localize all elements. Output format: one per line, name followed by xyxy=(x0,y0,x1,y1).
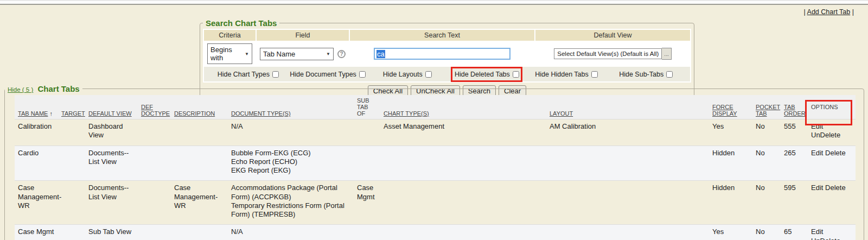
cell-description xyxy=(171,119,228,146)
cell-default-view: Sub Tab View xyxy=(85,225,138,240)
default-view-browse-button[interactable]: ... xyxy=(662,48,671,60)
column-header-options: OPTIONS xyxy=(811,104,838,110)
cell-pocket-tab: No xyxy=(752,225,781,240)
delete-link[interactable]: Delete xyxy=(825,184,846,192)
hide-document-types-checkbox-input[interactable] xyxy=(359,71,366,78)
delete-link[interactable]: Delete xyxy=(825,149,846,157)
cell-def-doctype xyxy=(138,181,171,225)
criteria-cell: Begins with ▼ xyxy=(204,42,256,66)
hide-deleted-tabs-checkbox[interactable]: Hide Deleted Tabs xyxy=(455,71,519,78)
cell-document-types: N/A xyxy=(228,225,354,240)
cell-chart-types xyxy=(380,225,546,240)
edit-link[interactable]: Edit xyxy=(811,228,823,236)
window-top-strip xyxy=(0,0,868,5)
hide-results-link[interactable]: Hide ( 5 ) xyxy=(8,86,33,93)
cell-options: Edit UnDelete xyxy=(808,119,856,146)
default-view-cell: Select Default View(s) (Default is All) … xyxy=(535,42,690,66)
column-header-tab-name[interactable]: TAB NAME xyxy=(18,110,48,117)
column-header-document-types[interactable]: DOCUMENT TYPE(S) xyxy=(231,110,291,117)
checkbox-label: Hide Sub-Tabs xyxy=(619,71,663,78)
cell-layout xyxy=(546,146,709,181)
cell-tab-name: Case Management- WR xyxy=(15,181,58,225)
add-chart-tab-row: | Add Chart Tab | xyxy=(804,8,854,16)
chevron-down-icon: ▼ xyxy=(326,52,330,56)
hide-chart-types-checkbox-input[interactable] xyxy=(272,71,279,78)
hide-document-types-checkbox[interactable]: Hide Document Types xyxy=(290,71,366,78)
hide-layouts-checkbox[interactable]: Hide Layouts xyxy=(383,71,432,78)
column-header-def-doctype[interactable]: DEF DOCTYPE xyxy=(141,104,170,117)
pipe-separator: | xyxy=(850,8,854,16)
field-column-header: Field xyxy=(257,30,349,41)
cell-default-view: Documents-- List View xyxy=(85,146,138,181)
chevron-down-icon: ▼ xyxy=(245,52,249,56)
cell-pocket-tab: No xyxy=(752,146,781,181)
table-header-row: TAB NAME ↑ TARGET DEFAULT VIEW DEF DOCTY… xyxy=(15,95,856,119)
checkbox-label: Hide Layouts xyxy=(383,71,423,78)
selected-text: ca xyxy=(376,50,385,58)
hide-sub-tabs-checkbox[interactable]: Hide Sub-Tabs xyxy=(619,71,673,78)
column-header-layout[interactable]: LAYOUT xyxy=(550,110,573,117)
cell-force-display: Yes xyxy=(709,119,752,146)
cell-target xyxy=(58,181,85,225)
field-selected-value: Tab Name xyxy=(263,50,295,58)
field-select[interactable]: Tab Name ▼ xyxy=(260,48,334,60)
add-chart-tab-link[interactable]: Add Chart Tab xyxy=(807,8,851,16)
default-view-column-header: Default View xyxy=(535,30,690,41)
column-header-description[interactable]: DESCRIPTION xyxy=(174,110,215,117)
cell-force-display: Hidden xyxy=(709,146,752,181)
cell-pocket-tab: No xyxy=(752,119,781,146)
column-header-tab-order[interactable]: TAB ORDER xyxy=(784,104,806,117)
checkbox-label: Hide Document Types xyxy=(290,71,356,78)
table-row: Case Management- WR Documents-- List Vie… xyxy=(15,181,856,225)
undelete-link[interactable]: UnDelete xyxy=(811,131,840,139)
cell-layout xyxy=(546,181,709,225)
edit-link[interactable]: Edit xyxy=(811,184,823,192)
cell-default-view: Documents-- List View xyxy=(85,181,138,225)
column-header-pocket-tab[interactable]: POCKET TAB xyxy=(756,104,780,117)
criteria-select[interactable]: Begins with ▼ xyxy=(207,43,252,64)
cell-description xyxy=(171,146,228,181)
hide-sub-tabs-checkbox-input[interactable] xyxy=(666,71,673,78)
cell-target xyxy=(58,119,85,146)
edit-link[interactable]: Edit xyxy=(811,122,823,130)
chart-tabs-title: Chart Tabs xyxy=(37,84,79,93)
checkbox-label: Hide Hidden Tabs xyxy=(535,71,588,78)
cell-force-display: Yes xyxy=(709,225,752,240)
cell-description xyxy=(171,225,228,240)
cell-tab-name: Calibration xyxy=(15,119,58,146)
cell-document-types: N/A xyxy=(228,119,354,146)
cell-force-display: Hidden xyxy=(709,181,752,225)
default-view-picker[interactable]: Select Default View(s) (Default is All) … xyxy=(554,48,671,60)
search-text-cell: ca xyxy=(350,42,534,66)
column-header-default-view[interactable]: DEFAULT VIEW xyxy=(88,110,132,117)
cell-tab-order: 555 xyxy=(781,119,808,146)
hide-layouts-checkbox-input[interactable] xyxy=(425,71,432,78)
cell-document-types: Bubble Form-EKG (ECG) Echo Report (ECHO)… xyxy=(228,146,354,181)
undelete-link[interactable]: UnDelete xyxy=(811,237,840,240)
help-icon[interactable]: ? xyxy=(337,50,346,58)
column-header-force-display[interactable]: FORCE DISPLAY xyxy=(712,104,737,117)
hide-chart-types-checkbox[interactable]: Hide Chart Types xyxy=(218,71,279,78)
cell-layout: AM Calibration xyxy=(546,119,709,146)
cell-sub-tab-of xyxy=(354,119,380,146)
hide-hidden-tabs-checkbox[interactable]: Hide Hidden Tabs xyxy=(535,71,597,78)
table-row: Calibration Dashboard View N/A Asset Man… xyxy=(15,119,856,146)
cell-target xyxy=(58,225,85,240)
column-header-target[interactable]: TARGET xyxy=(61,110,85,117)
search-text-input[interactable]: ca xyxy=(374,48,510,60)
cell-def-doctype xyxy=(138,119,171,146)
hide-deleted-tabs-checkbox-input[interactable] xyxy=(513,71,519,78)
cell-options: Edit Delete xyxy=(808,181,856,225)
cell-def-doctype xyxy=(138,225,171,240)
cell-default-view: Dashboard View xyxy=(85,119,138,146)
cell-target xyxy=(58,146,85,181)
cell-options: Edit Delete xyxy=(808,146,856,181)
table-row: Case Mgmt Sub Tab View N/A Yes No 65 Edi… xyxy=(15,225,856,240)
field-cell: Tab Name ▼ ? xyxy=(257,42,349,66)
hide-hidden-tabs-checkbox-input[interactable] xyxy=(591,71,598,78)
column-header-chart-types[interactable]: CHART TYPE(S) xyxy=(384,110,429,117)
column-header-sub-tab-of: SUB TAB OF xyxy=(357,97,369,117)
edit-link[interactable]: Edit xyxy=(811,149,823,157)
cell-chart-types: Asset Management xyxy=(380,119,546,146)
cell-sub-tab-of xyxy=(354,146,380,181)
